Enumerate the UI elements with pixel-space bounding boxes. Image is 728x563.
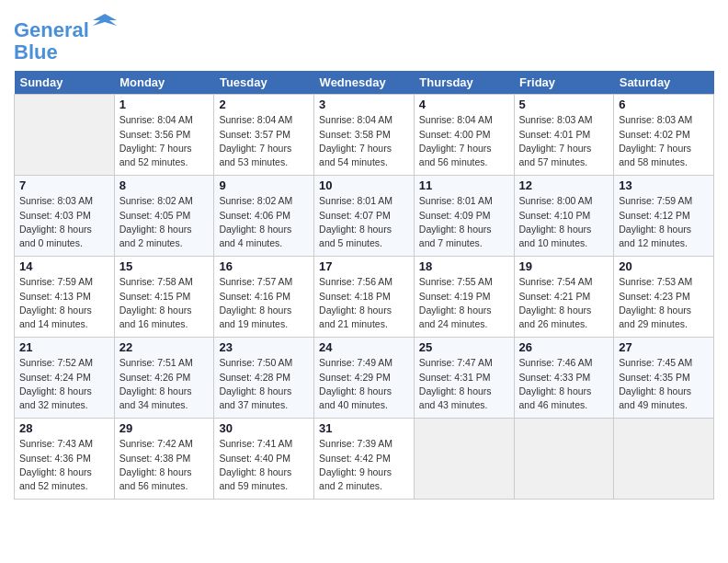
day-info: Sunrise: 7:59 AMSunset: 4:12 PMDaylight:…	[619, 194, 709, 250]
calendar-cell	[15, 95, 115, 176]
day-number: 10	[319, 178, 409, 192]
logo: General Blue	[14, 9, 119, 63]
day-number: 2	[219, 98, 309, 111]
day-number: 1	[119, 98, 210, 111]
day-info: Sunrise: 8:04 AMSunset: 3:56 PMDaylight:…	[119, 113, 210, 169]
day-info: Sunrise: 8:04 AMSunset: 3:57 PMDaylight:…	[219, 113, 309, 169]
calendar-table: SundayMondayTuesdayWednesdayThursdayFrid…	[14, 71, 714, 500]
main-container: General Blue SundayMondayTuesdayWednesda…	[0, 0, 728, 504]
day-info: Sunrise: 8:03 AMSunset: 4:02 PMDaylight:…	[619, 113, 709, 169]
day-info: Sunrise: 8:02 AMSunset: 4:06 PMDaylight:…	[219, 194, 309, 250]
day-info: Sunrise: 7:51 AMSunset: 4:26 PMDaylight:…	[119, 356, 210, 412]
day-info: Sunrise: 7:39 AMSunset: 4:42 PMDaylight:…	[319, 437, 409, 493]
calendar-cell: 31Sunrise: 7:39 AMSunset: 4:42 PMDayligh…	[314, 419, 415, 500]
day-number: 22	[119, 340, 210, 354]
day-number: 15	[119, 259, 210, 273]
calendar-cell: 10Sunrise: 8:01 AMSunset: 4:07 PMDayligh…	[314, 176, 415, 257]
header: General Blue	[14, 9, 714, 63]
day-number: 20	[619, 259, 709, 273]
calendar-cell: 25Sunrise: 7:47 AMSunset: 4:31 PMDayligh…	[414, 338, 514, 419]
day-number: 3	[319, 98, 409, 111]
day-number: 28	[19, 421, 109, 435]
calendar-cell: 17Sunrise: 7:56 AMSunset: 4:18 PMDayligh…	[314, 257, 415, 338]
day-number: 5	[519, 98, 609, 111]
calendar-cell: 24Sunrise: 7:49 AMSunset: 4:29 PMDayligh…	[314, 338, 415, 419]
day-info: Sunrise: 7:57 AMSunset: 4:16 PMDaylight:…	[219, 275, 309, 331]
calendar-cell: 14Sunrise: 7:59 AMSunset: 4:13 PMDayligh…	[15, 257, 115, 338]
day-number: 8	[119, 178, 210, 192]
calendar-cell: 3Sunrise: 8:04 AMSunset: 3:58 PMDaylight…	[314, 95, 415, 176]
weekday-header-thursday: Thursday	[414, 71, 514, 95]
day-number: 23	[219, 340, 309, 354]
calendar-cell: 9Sunrise: 8:02 AMSunset: 4:06 PMDaylight…	[214, 176, 314, 257]
day-number: 4	[419, 98, 509, 111]
calendar-week-5: 28Sunrise: 7:43 AMSunset: 4:36 PMDayligh…	[15, 419, 714, 500]
day-info: Sunrise: 8:03 AMSunset: 4:01 PMDaylight:…	[519, 113, 609, 169]
day-info: Sunrise: 7:58 AMSunset: 4:15 PMDaylight:…	[119, 275, 210, 331]
day-number: 11	[419, 178, 509, 192]
calendar-cell: 7Sunrise: 8:03 AMSunset: 4:03 PMDaylight…	[15, 176, 115, 257]
logo-blue: Blue	[14, 40, 58, 63]
calendar-cell: 21Sunrise: 7:52 AMSunset: 4:24 PMDayligh…	[15, 338, 115, 419]
calendar-cell: 30Sunrise: 7:41 AMSunset: 4:40 PMDayligh…	[214, 419, 314, 500]
day-number: 7	[19, 178, 109, 192]
day-number: 19	[519, 259, 609, 273]
day-info: Sunrise: 8:04 AMSunset: 3:58 PMDaylight:…	[319, 113, 409, 169]
calendar-week-3: 14Sunrise: 7:59 AMSunset: 4:13 PMDayligh…	[15, 257, 714, 338]
day-number: 31	[319, 421, 409, 435]
calendar-cell: 5Sunrise: 8:03 AMSunset: 4:01 PMDaylight…	[514, 95, 614, 176]
calendar-cell	[514, 419, 614, 500]
weekday-header-tuesday: Tuesday	[214, 71, 314, 95]
day-info: Sunrise: 7:56 AMSunset: 4:18 PMDaylight:…	[319, 275, 409, 331]
calendar-cell: 22Sunrise: 7:51 AMSunset: 4:26 PMDayligh…	[114, 338, 214, 419]
calendar-week-1: 1Sunrise: 8:04 AMSunset: 3:56 PMDaylight…	[15, 95, 714, 176]
day-number: 21	[19, 340, 109, 354]
day-number: 25	[419, 340, 509, 354]
day-info: Sunrise: 7:45 AMSunset: 4:35 PMDaylight:…	[619, 356, 709, 412]
day-info: Sunrise: 8:01 AMSunset: 4:07 PMDaylight:…	[319, 194, 409, 250]
logo-bird-icon	[91, 9, 119, 37]
calendar-cell: 27Sunrise: 7:45 AMSunset: 4:35 PMDayligh…	[614, 338, 714, 419]
day-number: 18	[419, 259, 509, 273]
calendar-week-2: 7Sunrise: 8:03 AMSunset: 4:03 PMDaylight…	[15, 176, 714, 257]
day-info: Sunrise: 7:47 AMSunset: 4:31 PMDaylight:…	[419, 356, 509, 412]
calendar-cell: 20Sunrise: 7:53 AMSunset: 4:23 PMDayligh…	[614, 257, 714, 338]
weekday-header-sunday: Sunday	[15, 71, 115, 95]
day-info: Sunrise: 8:00 AMSunset: 4:10 PMDaylight:…	[519, 194, 609, 250]
calendar-cell	[614, 419, 714, 500]
day-info: Sunrise: 7:49 AMSunset: 4:29 PMDaylight:…	[319, 356, 409, 412]
day-info: Sunrise: 7:41 AMSunset: 4:40 PMDaylight:…	[219, 437, 309, 493]
weekday-header-friday: Friday	[514, 71, 614, 95]
calendar-cell: 28Sunrise: 7:43 AMSunset: 4:36 PMDayligh…	[15, 419, 115, 500]
calendar-cell: 23Sunrise: 7:50 AMSunset: 4:28 PMDayligh…	[214, 338, 314, 419]
day-info: Sunrise: 7:46 AMSunset: 4:33 PMDaylight:…	[519, 356, 609, 412]
calendar-cell: 4Sunrise: 8:04 AMSunset: 4:00 PMDaylight…	[414, 95, 514, 176]
day-info: Sunrise: 8:04 AMSunset: 4:00 PMDaylight:…	[419, 113, 509, 169]
calendar-cell: 19Sunrise: 7:54 AMSunset: 4:21 PMDayligh…	[514, 257, 614, 338]
day-info: Sunrise: 7:54 AMSunset: 4:21 PMDaylight:…	[519, 275, 609, 331]
weekday-header-wednesday: Wednesday	[314, 71, 415, 95]
weekday-header-monday: Monday	[114, 71, 214, 95]
weekday-header-row: SundayMondayTuesdayWednesdayThursdayFrid…	[15, 71, 714, 95]
calendar-cell: 29Sunrise: 7:42 AMSunset: 4:38 PMDayligh…	[114, 419, 214, 500]
calendar-cell: 1Sunrise: 8:04 AMSunset: 3:56 PMDaylight…	[114, 95, 214, 176]
calendar-cell: 6Sunrise: 8:03 AMSunset: 4:02 PMDaylight…	[614, 95, 714, 176]
calendar-cell: 18Sunrise: 7:55 AMSunset: 4:19 PMDayligh…	[414, 257, 514, 338]
day-info: Sunrise: 7:52 AMSunset: 4:24 PMDaylight:…	[19, 356, 109, 412]
day-info: Sunrise: 7:55 AMSunset: 4:19 PMDaylight:…	[419, 275, 509, 331]
day-number: 6	[619, 98, 709, 111]
calendar-cell: 16Sunrise: 7:57 AMSunset: 4:16 PMDayligh…	[214, 257, 314, 338]
svg-marker-0	[93, 14, 117, 26]
day-number: 17	[319, 259, 409, 273]
day-number: 9	[219, 178, 309, 192]
day-info: Sunrise: 7:43 AMSunset: 4:36 PMDaylight:…	[19, 437, 109, 493]
calendar-cell: 8Sunrise: 8:02 AMSunset: 4:05 PMDaylight…	[114, 176, 214, 257]
calendar-cell: 2Sunrise: 8:04 AMSunset: 3:57 PMDaylight…	[214, 95, 314, 176]
day-number: 12	[519, 178, 609, 192]
calendar-cell: 13Sunrise: 7:59 AMSunset: 4:12 PMDayligh…	[614, 176, 714, 257]
calendar-cell: 26Sunrise: 7:46 AMSunset: 4:33 PMDayligh…	[514, 338, 614, 419]
logo-general: General	[14, 18, 89, 41]
calendar-week-4: 21Sunrise: 7:52 AMSunset: 4:24 PMDayligh…	[15, 338, 714, 419]
day-number: 27	[619, 340, 709, 354]
day-number: 29	[119, 421, 210, 435]
